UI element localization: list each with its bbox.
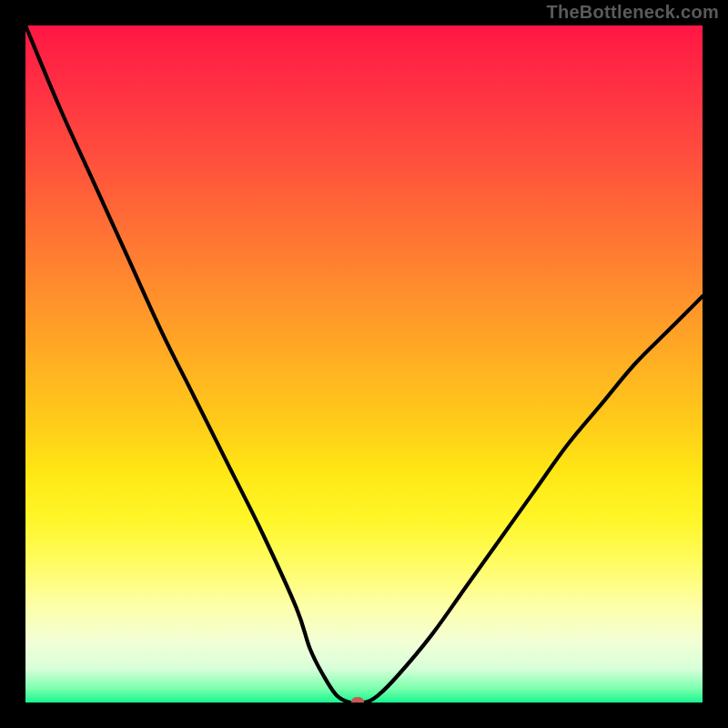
chart-frame: TheBottleneck.com	[0, 0, 728, 728]
attribution-label: TheBottleneck.com	[546, 2, 719, 23]
plot-area	[25, 25, 703, 703]
bottleneck-curve	[25, 25, 703, 703]
optimal-point-marker	[351, 697, 364, 703]
